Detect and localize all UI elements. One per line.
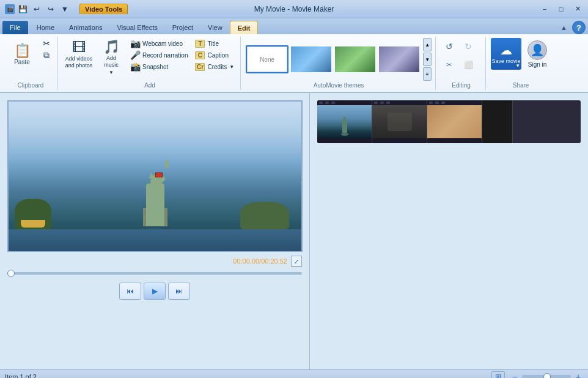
webcam-video-button[interactable]: 📷 Webcam video bbox=[128, 38, 190, 49]
film-strip-top-2 bbox=[372, 100, 427, 105]
story-frame-2[interactable] bbox=[372, 100, 427, 143]
tree-right bbox=[240, 202, 289, 229]
themes-scroll-down[interactable]: ▼ bbox=[423, 53, 432, 66]
story-frame-1[interactable] bbox=[317, 100, 372, 143]
prev-icon: ⏮ bbox=[127, 287, 134, 295]
add-music-button[interactable]: 🎵 Add music ▼ bbox=[97, 38, 125, 78]
user-avatar: 👤 bbox=[527, 40, 547, 60]
credits-button[interactable]: Cr Credits ▼ bbox=[193, 61, 237, 72]
qat-redo[interactable]: ↪ bbox=[45, 3, 57, 15]
trim-button[interactable]: ✂ bbox=[441, 56, 458, 73]
editing-top-row: ↺ ↻ bbox=[441, 38, 477, 55]
film-content-3 bbox=[427, 105, 482, 138]
record-narration-button[interactable]: 🎤 Record narration bbox=[128, 50, 190, 61]
next-icon: ⏭ bbox=[175, 287, 183, 295]
tab-project[interactable]: Project bbox=[165, 21, 200, 34]
prev-frame-button[interactable]: ⏮ bbox=[119, 283, 141, 300]
expand-preview-button[interactable]: ⤢ bbox=[291, 256, 302, 267]
paste-button[interactable]: 📋 Paste bbox=[7, 38, 37, 72]
minimize-button[interactable]: − bbox=[537, 3, 553, 15]
play-icon: ▶ bbox=[152, 287, 158, 295]
caption-icon: C bbox=[195, 51, 205, 59]
qat-dropdown[interactable]: ▼ bbox=[59, 3, 71, 15]
item-info: Item 1 of 2 bbox=[5, 373, 37, 379]
tab-animations[interactable]: Animations bbox=[62, 21, 109, 34]
boat bbox=[21, 220, 45, 228]
scrubber-thumb[interactable] bbox=[7, 270, 15, 277]
theme-none-thumb: None bbox=[247, 46, 287, 72]
share-group: ☁ Save movie ▼ 👤 Sign in Share bbox=[487, 37, 554, 90]
themes-dropdown[interactable]: ≡ bbox=[423, 67, 432, 81]
qat-undo[interactable]: ↩ bbox=[31, 3, 43, 15]
flag bbox=[155, 172, 163, 177]
tab-edit[interactable]: Edit bbox=[230, 21, 259, 34]
preview-pane: 00:00.00/00:20.52 ⤢ ⏮ ▶ ⏭ bbox=[0, 93, 310, 369]
zoom-out-button[interactable]: − bbox=[510, 372, 520, 379]
title-button[interactable]: T Title bbox=[193, 38, 237, 49]
theme-3-thumb bbox=[379, 46, 419, 72]
theme-2[interactable] bbox=[334, 45, 377, 73]
tab-file[interactable]: File bbox=[2, 21, 28, 34]
scrubber-track[interactable] bbox=[7, 272, 302, 275]
text-btns-col: T Title C Caption Cr Credits ▼ bbox=[193, 38, 237, 72]
clipboard-small-buttons: ✂ ⧉ bbox=[39, 38, 54, 61]
sign-in-button[interactable]: 👤 Sign in bbox=[524, 38, 551, 70]
add-videos-button[interactable]: 🎞 Add videos and photos bbox=[63, 38, 95, 72]
storyboard-view-button[interactable]: ⊞ bbox=[491, 371, 505, 379]
qat-save[interactable]: 💾 bbox=[17, 3, 29, 15]
theme-1-thumb bbox=[291, 46, 331, 72]
status-right: ⊞ − + bbox=[491, 371, 583, 379]
scrubber[interactable] bbox=[7, 270, 302, 276]
film-hole bbox=[435, 102, 439, 104]
zoom-button[interactable]: ⬜ bbox=[460, 56, 477, 73]
play-button[interactable]: ▶ bbox=[144, 283, 166, 300]
zoom-slider[interactable] bbox=[522, 375, 571, 379]
themes-scroll: ▲ ▼ ≡ bbox=[423, 38, 432, 81]
add-small-col: 📷 Webcam video 🎤 Record narration 📸 Snap… bbox=[128, 38, 190, 72]
ribbon-collapse-btn[interactable]: ▲ bbox=[560, 24, 567, 31]
preview-timestamp-row: 00:00.00/00:20.52 ⤢ bbox=[7, 256, 302, 267]
video-tools-tab[interactable]: Video Tools bbox=[79, 4, 128, 14]
rotate-left-button[interactable]: ↺ bbox=[441, 38, 458, 55]
credits-icon: Cr bbox=[195, 63, 205, 71]
zoom-thumb[interactable] bbox=[543, 373, 551, 379]
zoom-in-button[interactable]: + bbox=[573, 372, 583, 379]
ribbon: File Home Animations Visual Effects Proj… bbox=[0, 18, 588, 93]
story-segment-2[interactable] bbox=[427, 100, 482, 143]
main-area: 00:00.00/00:20.52 ⤢ ⏮ ▶ ⏭ bbox=[0, 93, 588, 369]
tab-visual-effects[interactable]: Visual Effects bbox=[110, 21, 165, 34]
close-button[interactable]: ✕ bbox=[570, 3, 586, 15]
tab-view[interactable]: View bbox=[200, 21, 230, 34]
editing-group: ↺ ↻ ✂ ⬜ Editing bbox=[437, 37, 486, 90]
webcam-icon: 📷 bbox=[130, 39, 140, 48]
statue-figure bbox=[137, 153, 174, 226]
theme-3[interactable] bbox=[378, 45, 421, 73]
add-label: Add bbox=[63, 82, 237, 89]
maximize-button[interactable]: □ bbox=[553, 3, 569, 15]
tab-home[interactable]: Home bbox=[29, 21, 62, 34]
film-hole bbox=[374, 102, 378, 104]
paste-icon: 📋 bbox=[14, 44, 31, 57]
rotate-right-button[interactable]: ↻ bbox=[460, 38, 477, 55]
film-content-2 bbox=[372, 105, 427, 138]
save-movie-button[interactable]: ☁ Save movie ▼ bbox=[491, 38, 521, 70]
theme-none[interactable]: None bbox=[246, 45, 288, 73]
cut-button[interactable]: ✂ bbox=[39, 38, 54, 49]
water bbox=[9, 229, 301, 251]
theme-1[interactable] bbox=[290, 45, 333, 73]
next-frame-button[interactable]: ⏭ bbox=[168, 283, 190, 300]
story-frame-3[interactable] bbox=[427, 100, 482, 143]
story-segment-1[interactable] bbox=[317, 100, 427, 143]
help-button[interactable]: ? bbox=[572, 21, 586, 34]
microphone-icon: 🎤 bbox=[130, 50, 140, 60]
themes-scroll-up[interactable]: ▲ bbox=[423, 38, 432, 51]
caption-button[interactable]: C Caption bbox=[193, 50, 237, 61]
snapshot-button[interactable]: 📸 Snapshot bbox=[128, 61, 190, 72]
window-title: My Movie - Movie Maker bbox=[254, 5, 334, 13]
film-hole bbox=[319, 102, 323, 104]
storyboard[interactable] bbox=[317, 100, 581, 143]
title-icon: T bbox=[195, 40, 205, 48]
cut-icon: ✂ bbox=[42, 39, 51, 48]
copy-button[interactable]: ⧉ bbox=[39, 50, 54, 61]
timeline-pane bbox=[310, 93, 588, 369]
